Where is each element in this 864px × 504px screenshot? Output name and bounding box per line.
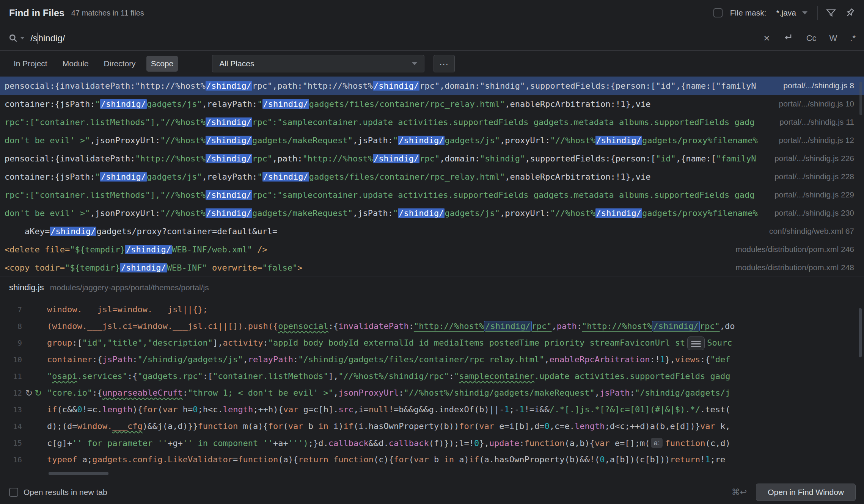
find-in-files-dialog: Find in Files 47 matches in 11 files Fil… [0, 0, 864, 504]
code-line[interactable]: 8(window.___jsl.ci=window.___jsl.ci||[])… [0, 318, 864, 335]
match-highlight: /shindig/ [100, 172, 147, 182]
scope-places-combo[interactable]: All Places [212, 55, 424, 72]
code-segment: ,enableRpcArbitration:!1},vie [505, 172, 650, 182]
code-segment: "${tempdir} [70, 245, 125, 254]
code-segment: group [47, 338, 72, 347]
scope-bar: In Project Module Directory Scope All Pl… [0, 51, 864, 77]
code-segment: (a.hasOwnProperty(b)&&!( [479, 455, 600, 464]
code-segment: update [489, 438, 519, 448]
code-segment: )&&j(a,d)}} [143, 421, 198, 431]
regex-toggle[interactable]: .* [850, 33, 856, 43]
code-segment: rpc" [252, 154, 272, 163]
preview-file-path: modules/jaggery-apps/portal/themes/porta… [50, 283, 209, 292]
code-segment: gadgets.config.LikeValidator [92, 455, 233, 464]
code-segment: : [183, 388, 188, 398]
result-row[interactable]: rpc":["container.listMethods"],"//%host%… [0, 186, 864, 204]
result-row[interactable]: rpc":["container.listMethods"],"//%host%… [0, 113, 864, 131]
scope-tab-scope[interactable]: Scope [146, 56, 178, 72]
match-highlight: /shindig/ [484, 321, 531, 331]
code-segment: "${tempdir} [65, 263, 120, 272]
result-row[interactable]: <copy todir="${tempdir}/shindig/WEB-INF"… [0, 258, 864, 277]
pin-icon[interactable] [844, 7, 856, 19]
open-in-find-window-button[interactable]: Open in Find Window [756, 484, 856, 501]
recursive-call-icon[interactable]: ↻ [35, 388, 44, 398]
code-line[interactable]: 15c[g]+'' for parameter ''+g+'' in compo… [0, 435, 864, 451]
code-line[interactable]: 11"osapi.services":{"gadgets.rpc":["cont… [0, 368, 864, 385]
editor-horizontal-scrollbar[interactable] [49, 472, 108, 475]
search-icon[interactable] [8, 33, 24, 43]
result-row[interactable]: <delete file="${tempdir}/shindig/WEB-INF… [0, 240, 864, 258]
gutter-icon-area [22, 351, 47, 368]
result-row[interactable]: container:{jsPath:"/shindig/gadgets/js",… [0, 167, 864, 186]
result-row[interactable]: pensocial:{invalidatePath:"http://%host%… [0, 149, 864, 167]
result-text: don't be evil' >",jsonProxyUrl:"//%host%… [5, 208, 765, 218]
search-history-chevron-icon [20, 37, 24, 39]
result-row[interactable]: don't be evil' >",jsonProxyUrl:"//%host%… [0, 131, 864, 149]
dialog-header: Find in Files 47 matches in 11 files Fil… [0, 0, 864, 26]
result-row[interactable]: pensocial:{invalidatePath:"http://%host%… [0, 77, 864, 95]
line-number: 12 [0, 385, 22, 401]
code-segment: ,jsonProxyUrl: [90, 136, 160, 145]
code-line[interactable]: 14d);(d=window.___cfg)&&j(a,d)}}function… [0, 418, 864, 435]
results-scrollbar[interactable] [859, 82, 862, 115]
open-results-new-tab-checkbox[interactable] [9, 488, 18, 497]
code-line[interactable]: 10container:{jsPath:"/shindig/gadgets/js… [0, 351, 864, 368]
code-segment: gadgets/js" [147, 99, 202, 109]
code-segment: = [233, 455, 238, 464]
file-mask-combo[interactable]: *.java [774, 7, 810, 19]
code-segment: src [338, 405, 353, 414]
scope-tab-in-project[interactable]: In Project [9, 56, 52, 72]
code-segment: : [630, 388, 635, 398]
scope-tab-directory[interactable]: Directory [99, 56, 140, 72]
code-segment: '' for parameter '' [72, 438, 168, 448]
code-line[interactable]: 13if(c&&0!=c.length){for(var h=0;h<c.len… [0, 401, 864, 418]
match-highlight: /shindig/ [398, 136, 445, 145]
result-location: portal/.../shindig.js 226 [774, 154, 854, 163]
file-mask-value: *.java [776, 8, 796, 17]
code-segment: ,proxyUrl: [500, 136, 550, 145]
code-line[interactable]: 12↻↻"core.io":{unparseableCruft:"throw 1… [0, 385, 864, 401]
editor-vertical-scrollbar[interactable] [859, 308, 862, 357]
preview-header: shindig.js modules/jaggery-apps/portal/t… [0, 277, 864, 298]
code-line[interactable]: 9group:["id","title","description"],acti… [0, 335, 864, 351]
result-row[interactable]: aKey=/shindig/gadgets/proxy?container=de… [0, 222, 864, 240]
code-segment: b [429, 455, 444, 464]
code-segment: views [675, 355, 700, 364]
soft-wrap-icon[interactable] [687, 337, 705, 350]
query-text-after-caret: hindig/ [38, 33, 65, 44]
insert-newline-icon[interactable] [783, 32, 793, 45]
filter-icon[interactable] [825, 7, 837, 19]
code-line[interactable]: 7window.___jsl=window.___jsl||{}; [0, 301, 864, 318]
search-field[interactable]: /s hindig/ × Cc W .* [0, 26, 864, 51]
code-segment: gadgets/proxy?container=default&url= [96, 227, 277, 236]
search-input[interactable]: /s hindig/ [30, 33, 65, 44]
code-segment: ;++h){ [253, 405, 283, 414]
scope-more-button[interactable]: ... [434, 55, 455, 72]
scope-tab-module[interactable]: Module [58, 56, 93, 72]
recursive-call-icon[interactable]: ↻ [25, 388, 35, 398]
code-segment: ,jsPath: [353, 208, 393, 218]
clear-search-icon[interactable]: × [763, 33, 770, 44]
code-segment: "//%host% [550, 208, 595, 218]
result-location: modules/distribution/pom.xml 248 [735, 263, 854, 272]
file-mask-checkbox[interactable] [713, 8, 723, 17]
code-segment: callback [389, 438, 429, 448]
code-segment: "//%host% [160, 208, 206, 218]
editor[interactable]: 7window.___jsl=window.___jsl||{};8(windo… [0, 298, 864, 480]
result-row[interactable]: don't be evil' >",jsonProxyUrl:"//%host%… [0, 204, 864, 222]
code-segment: ;re [710, 455, 726, 464]
code-segment: ,relayPath: [202, 99, 258, 109]
code-line[interactable]: 16typeof a;gadgets.config.LikeValidator=… [0, 451, 864, 468]
match-case-toggle[interactable]: Cc [806, 33, 817, 43]
code-segment: var [700, 421, 715, 431]
line-number: 13 [0, 401, 22, 418]
code-segment: ,{name:[ [676, 154, 716, 163]
code-segment: "//%host% [160, 136, 206, 145]
code-segment: pensocial:{invalidatePath:"http://%host% [5, 81, 206, 91]
code-segment: ){ [132, 405, 143, 414]
result-row[interactable]: container:{jsPath:"/shindig/gadgets/js",… [0, 95, 864, 113]
code-segment: +g+ [168, 438, 183, 448]
words-toggle[interactable]: W [829, 33, 837, 43]
code-segment: jsPath [102, 355, 132, 364]
code-segment: /> [252, 245, 267, 254]
